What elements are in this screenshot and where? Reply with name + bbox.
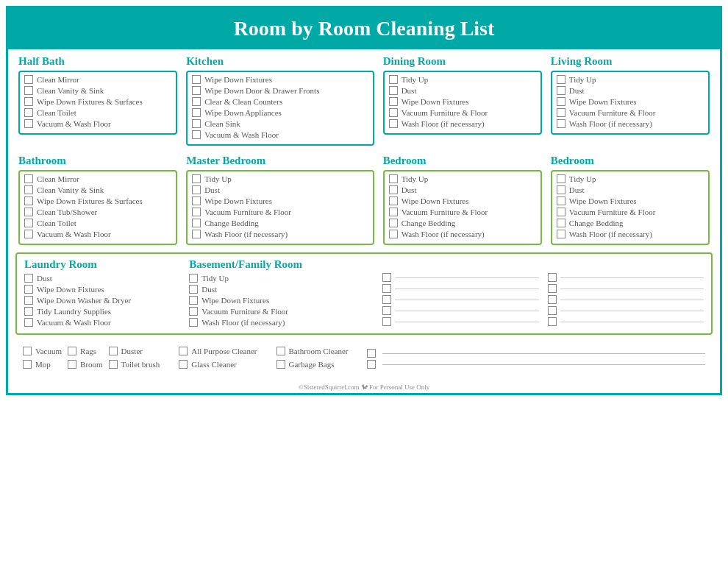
checkbox[interactable]	[557, 119, 565, 128]
checkbox[interactable]	[23, 360, 32, 369]
checkbox[interactable]	[192, 219, 201, 227]
checkbox[interactable]	[24, 97, 33, 106]
checkbox[interactable]	[192, 130, 201, 139]
supply-blank	[367, 349, 705, 369]
blank-item	[548, 284, 704, 293]
checkbox[interactable]	[109, 347, 118, 355]
checkbox[interactable]	[189, 307, 198, 316]
checkbox[interactable]	[389, 86, 398, 95]
checkbox[interactable]	[192, 174, 201, 183]
checkbox[interactable]	[389, 174, 398, 183]
checkbox[interactable]	[179, 360, 188, 369]
checkbox[interactable]	[557, 208, 565, 216]
checkbox[interactable]	[389, 219, 398, 227]
list-item: Wipe Down Fixtures & Surfaces	[24, 97, 171, 106]
checkbox[interactable]	[557, 108, 565, 117]
checkbox[interactable]	[24, 75, 33, 84]
checkbox[interactable]	[382, 295, 391, 304]
checkbox[interactable]	[192, 230, 201, 238]
checkbox[interactable]	[24, 219, 33, 227]
checkbox[interactable]	[548, 306, 557, 315]
checkbox[interactable]	[276, 360, 285, 369]
checkbox[interactable]	[557, 196, 565, 205]
checkbox[interactable]	[389, 97, 398, 106]
checkbox[interactable]	[389, 208, 398, 216]
checkbox[interactable]	[389, 185, 398, 194]
checkbox[interactable]	[367, 349, 376, 358]
checkbox[interactable]	[23, 347, 32, 355]
checkbox[interactable]	[192, 86, 201, 95]
checkbox[interactable]	[24, 86, 33, 95]
checkbox[interactable]	[557, 75, 565, 84]
checkbox[interactable]	[557, 97, 565, 106]
checkbox[interactable]	[382, 284, 391, 293]
list-item: Wash Floor (if necessary)	[192, 230, 368, 238]
checkbox[interactable]	[24, 119, 33, 128]
checkbox[interactable]	[192, 196, 201, 205]
checkbox[interactable]	[24, 185, 33, 194]
bedroom2-title: Bedroom	[551, 155, 710, 167]
checkbox[interactable]	[24, 296, 33, 305]
checkbox[interactable]	[548, 317, 557, 326]
supply-item-toilet-brush: Toilet brush	[109, 360, 160, 369]
checkbox[interactable]	[68, 360, 76, 369]
checkbox[interactable]	[557, 174, 565, 183]
checkbox[interactable]	[276, 347, 285, 355]
checkbox[interactable]	[192, 208, 201, 216]
checkbox[interactable]	[189, 274, 198, 283]
checkbox[interactable]	[24, 318, 33, 327]
checkbox[interactable]	[192, 185, 201, 194]
checkbox[interactable]	[548, 295, 557, 304]
bathroom-section: Bathroom Clean Mirror Clean Vanity & Sin…	[15, 153, 180, 247]
list-item: Wipe Down Fixtures & Surfaces	[24, 196, 171, 205]
checkbox[interactable]	[382, 273, 391, 282]
list-item: Vacuum & Wash Floor	[24, 230, 171, 238]
checkbox[interactable]	[189, 296, 198, 305]
list-item: Clean Mirror	[24, 174, 171, 183]
checkbox[interactable]	[389, 196, 398, 205]
supply-item-apc: All Purpose Cleaner	[179, 347, 257, 355]
checkbox[interactable]	[382, 306, 391, 315]
checkbox[interactable]	[548, 284, 557, 293]
checkbox[interactable]	[109, 360, 118, 369]
checkbox[interactable]	[389, 119, 398, 128]
checkbox[interactable]	[68, 347, 76, 355]
checkbox[interactable]	[557, 219, 565, 227]
list-item: Dust	[557, 185, 704, 194]
checkbox[interactable]	[367, 360, 376, 369]
checkbox[interactable]	[389, 230, 398, 238]
checkbox[interactable]	[24, 208, 33, 216]
checkbox[interactable]	[192, 119, 201, 128]
checkbox[interactable]	[548, 273, 557, 282]
checkbox[interactable]	[24, 274, 33, 283]
list-item: Wipe Down Fixtures	[557, 196, 704, 205]
checkbox[interactable]	[557, 185, 565, 194]
dining-room-title: Dining Room	[383, 55, 542, 68]
checkbox[interactable]	[24, 174, 33, 183]
bedroom1-list: Tidy Up Dust Wipe Down Fixtures Vacuum F…	[383, 170, 542, 245]
checkbox[interactable]	[24, 230, 33, 238]
checkbox[interactable]	[189, 318, 198, 327]
checkbox[interactable]	[24, 307, 33, 316]
checkbox[interactable]	[192, 97, 201, 106]
checkbox[interactable]	[24, 196, 33, 205]
checkbox[interactable]	[189, 285, 198, 294]
supply-item-glass: Glass Cleaner	[179, 360, 257, 369]
checkbox[interactable]	[557, 86, 565, 95]
checkbox[interactable]	[24, 108, 33, 117]
list-item: Change Bedding	[192, 219, 368, 227]
half-bath-section: Half Bath Clean Mirror Clean Vanity & Si…	[15, 54, 180, 147]
checkbox[interactable]	[382, 317, 391, 326]
list-item: Wash Floor (if necessary)	[189, 318, 374, 327]
checkbox[interactable]	[192, 108, 201, 117]
list-item: Wash Floor (if necessary)	[389, 230, 536, 238]
checkbox[interactable]	[192, 75, 201, 84]
empty-col1	[379, 257, 541, 330]
checkbox[interactable]	[24, 285, 33, 294]
checkbox[interactable]	[557, 230, 565, 238]
laundry-section: Laundry Room Dust Wipe Down Fixtures Wip…	[21, 257, 183, 330]
checkbox[interactable]	[389, 75, 398, 84]
checkbox[interactable]	[179, 347, 188, 355]
checkbox[interactable]	[389, 108, 398, 117]
supply-item-vacuum: Vacuum	[23, 347, 62, 355]
